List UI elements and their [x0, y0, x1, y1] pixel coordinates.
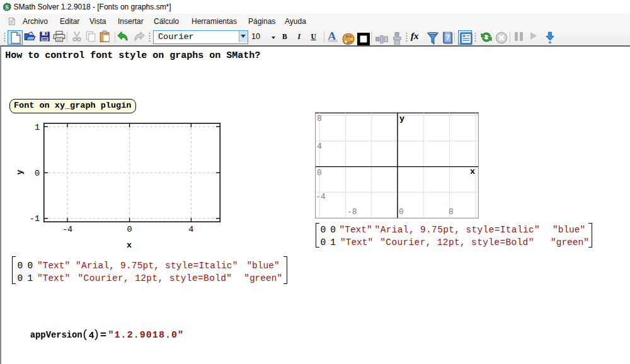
svg-text:S: S: [5, 3, 9, 10]
svg-text:?: ?: [445, 33, 450, 41]
